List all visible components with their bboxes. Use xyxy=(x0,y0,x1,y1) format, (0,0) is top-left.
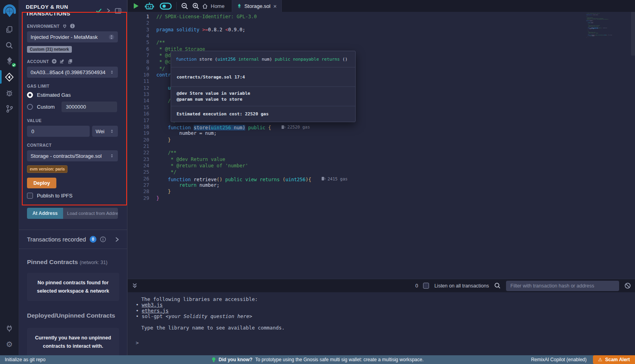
edit-account-icon[interactable] xyxy=(60,59,65,64)
chevron-right-icon[interactable] xyxy=(106,8,110,13)
terminal-prompt[interactable]: > xyxy=(136,340,635,346)
transactions-count-badge: 0 xyxy=(90,236,96,243)
pinned-empty-message: No pinned contracts found for selected w… xyxy=(27,273,119,301)
git-init-button[interactable]: Initialize as git repo xyxy=(0,357,46,362)
code-line: } xyxy=(156,195,348,201)
sidebar-item-debugger[interactable] xyxy=(0,85,19,101)
sidebar-item-deploy-run[interactable] xyxy=(0,69,19,85)
sidebar-item-search[interactable] xyxy=(0,37,19,53)
sidebar-item-settings[interactable]: ⚙ xyxy=(0,336,19,352)
line-number: 22 xyxy=(128,149,149,156)
custom-gas-input[interactable] xyxy=(62,102,117,112)
code-line: } xyxy=(156,188,348,195)
custom-gas-option[interactable]: Custom xyxy=(27,102,118,112)
expand-terminal-icon[interactable] xyxy=(132,283,138,289)
expand-chevron-icon[interactable] xyxy=(115,237,119,242)
transactions-recorded-row[interactable]: Transactions recorded 0 xyxy=(19,230,127,249)
copilot-toggle[interactable] xyxy=(160,2,172,10)
git-branch-icon xyxy=(6,105,13,113)
value-input[interactable] xyxy=(27,126,90,137)
tooltip-gas-cost: Estimated execution cost: 22520 gas xyxy=(171,106,355,122)
add-account-icon[interactable] xyxy=(52,59,57,64)
active-indicator xyxy=(0,70,2,84)
estimated-gas-option[interactable]: Estimated Gas xyxy=(27,92,118,98)
terminal-link[interactable]: ethers.js xyxy=(142,308,169,314)
home-tab[interactable]: Home xyxy=(202,3,225,9)
transactions-label: Transactions recorded xyxy=(27,236,86,243)
zoom-in-icon[interactable] xyxy=(192,2,200,10)
line-number: 5 xyxy=(128,39,149,46)
run-script-button[interactable] xyxy=(134,3,139,9)
terminal-output[interactable]: The following libraries are accessible:•… xyxy=(128,292,635,355)
line-number: 24 xyxy=(128,163,149,169)
remix-logo[interactable] xyxy=(0,1,19,21)
unpinned-empty-message: Currently you have no unpinned contracts… xyxy=(27,328,119,355)
terminal-line: • web3.js xyxy=(136,302,635,307)
info-icon[interactable] xyxy=(70,23,75,29)
info-outline-icon[interactable] xyxy=(100,236,106,242)
pinned-network-sub: (network: 31) xyxy=(80,260,108,265)
listen-all-checkbox[interactable] xyxy=(423,283,429,289)
code-editor[interactable]: 1234567891011121314151617181920212223242… xyxy=(128,12,635,279)
zoom-out-icon[interactable] xyxy=(181,2,189,10)
code-line: // SPDX-License-Identifier: GPL-3.0 xyxy=(586,13,592,13)
ipfs-checkbox[interactable] xyxy=(27,193,33,199)
line-number: 6 xyxy=(128,46,149,52)
tab-storage-sol[interactable]: Storage.sol × xyxy=(232,0,282,12)
pinned-title-text: Pinned Contracts xyxy=(27,259,78,265)
line-number: 18 xyxy=(128,124,149,130)
tab-close-icon[interactable]: × xyxy=(273,3,277,9)
sidebar-item-solidity-compiler[interactable] xyxy=(0,53,19,69)
plug-mini-icon xyxy=(62,24,67,29)
sidebar-item-plugin-manager[interactable] xyxy=(0,320,19,336)
value-unit: Wei xyxy=(96,128,104,134)
code-line: contract Storage { xyxy=(586,21,592,21)
bug-icon xyxy=(5,89,13,97)
clear-ban-icon[interactable] xyxy=(624,282,631,289)
code-line: pragma solidity >=0.8.2 <0.9.0; xyxy=(586,14,592,15)
search-icon xyxy=(5,41,13,50)
at-address-button[interactable]: At Address xyxy=(27,208,63,219)
environment-select[interactable]: Injected Provider - MetaMask xyxy=(27,31,118,42)
unpinned-contracts-title: Deployed/Unpinned Contracts xyxy=(27,312,119,319)
environment-label-text: ENVIRONMENT xyxy=(27,24,60,29)
at-address-input[interactable]: Load contract from Addres xyxy=(63,208,118,219)
account-select[interactable]: 0xA03...85ac4 (0.398673504934 xyxy=(27,67,118,78)
minimap[interactable]: // SPDX-License-Identifier: GPL-3.0pragm… xyxy=(586,13,631,96)
gas-pump-icon xyxy=(321,176,325,181)
evm-version-badge: evm version: paris xyxy=(27,165,67,173)
contract-value: Storage - contracts/Storage.sol xyxy=(31,153,102,159)
transaction-filter-input[interactable] xyxy=(506,281,619,291)
editor-scrollbar[interactable] xyxy=(631,12,635,56)
home-label: Home xyxy=(211,3,225,9)
sidebar-item-file-explorer[interactable] xyxy=(0,21,19,37)
line-number: 26 xyxy=(128,176,149,182)
line-number: 7 xyxy=(128,52,149,59)
sidebar-item-git[interactable] xyxy=(0,101,19,117)
line-number: 12 xyxy=(128,85,149,91)
lightbulb-icon xyxy=(212,357,216,363)
copilot-status[interactable]: RemixAI Copilot (enabled) xyxy=(531,357,587,362)
value-label: VALUE xyxy=(27,118,118,123)
line-number: 11 xyxy=(128,78,149,84)
gas-estimate-widget: 22520 gas xyxy=(281,124,310,130)
account-label-text: ACCOUNT xyxy=(27,59,49,64)
copy-account-icon[interactable] xyxy=(67,59,73,64)
pin-panel-icon[interactable] xyxy=(115,8,121,14)
remixai-robot-icon[interactable] xyxy=(144,2,154,10)
code-line: */ xyxy=(156,169,348,175)
code-line: uint256 number; xyxy=(586,22,592,23)
toolbar-separator xyxy=(176,2,177,10)
terminal-search-icon[interactable] xyxy=(494,282,501,289)
deploy-button[interactable]: Deploy xyxy=(27,178,56,188)
publish-ipfs-option[interactable]: Publish to IPFS xyxy=(27,193,118,199)
line-number: 1 xyxy=(128,13,149,20)
radio-unselected[interactable] xyxy=(27,104,33,110)
scam-alert-button[interactable]: ⚠ Scam Alert xyxy=(593,355,635,364)
line-number: 23 xyxy=(128,156,149,163)
pinned-empty-line2: selected workspace & network xyxy=(33,287,113,295)
terminal-link[interactable]: web3.js xyxy=(142,302,163,308)
contract-select[interactable]: Storage - contracts/Storage.sol xyxy=(27,150,118,161)
radio-selected[interactable] xyxy=(27,92,33,98)
value-unit-select[interactable]: Wei xyxy=(92,126,118,137)
